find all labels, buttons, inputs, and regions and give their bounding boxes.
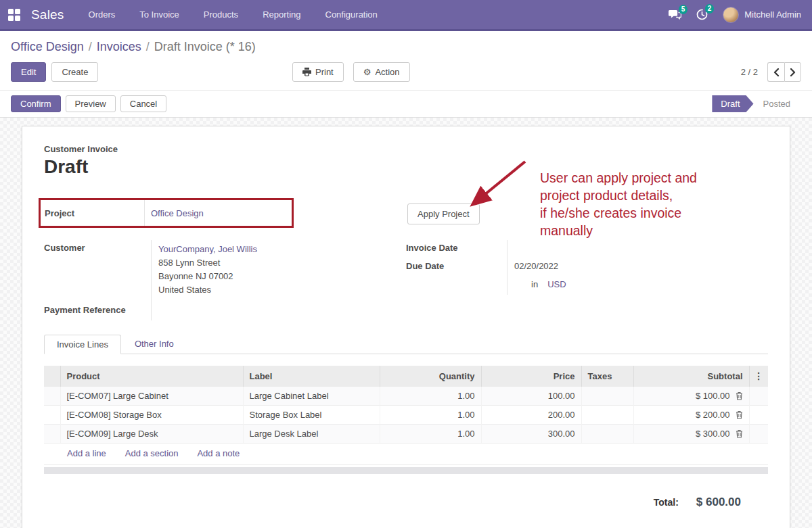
cell-price: 200.00 [481,406,581,425]
delete-row-icon[interactable] [736,410,743,419]
cell-product: [E-COM09] Large Desk [60,425,243,443]
control-panel: Office Design/Invoices/Draft Invoice (* … [0,31,812,91]
apps-menu-icon[interactable] [8,9,20,21]
horizontal-scrollbar[interactable] [44,467,768,474]
cell-taxes [581,387,633,406]
pager-count[interactable]: 2 / 2 [741,67,758,77]
menu-orders[interactable]: Orders [89,5,116,24]
currency-row-spacer [406,277,507,295]
stage-posted[interactable]: Posted [763,99,790,109]
currency-in-text: in [531,279,538,289]
customer-value: YourCompany, Joel Willis 858 Lynn Street… [151,240,376,302]
total-value: $ 600.00 [696,496,741,509]
user-avatar [723,7,739,23]
menu-products[interactable]: Products [204,5,238,24]
table-row[interactable]: [E-COM08] Storage Box Storage Box Label … [44,406,768,425]
create-button[interactable]: Create [51,62,98,82]
left-field-group: Customer YourCompany, Joel Willis 858 Ly… [44,240,376,320]
pager-previous-button[interactable] [767,62,784,82]
cell-product: [E-COM07] Large Cabinet [60,387,243,406]
pager-next-button[interactable] [784,62,801,82]
breadcrumb-current: Draft Invoice (* 16) [154,40,256,53]
quantity-column-header[interactable]: Quantity [380,366,481,387]
confirm-button[interactable]: Confirm [11,95,61,112]
notebook-tabs: Invoice Lines Other Info [44,335,768,354]
invoice-lines-table: Product Label Quantity Price Taxes Subto… [44,366,768,443]
cell-taxes [581,425,633,443]
tab-other-info[interactable]: Other Info [121,335,187,354]
user-menu[interactable]: Mitchell Admin [723,7,801,23]
currency-link[interactable]: USD [547,279,566,289]
annotation-arrow [442,156,537,210]
label-column-header[interactable]: Label [243,366,380,387]
messages-badge: 5 [679,5,688,14]
table-header-row: Product Label Quantity Price Taxes Subto… [44,366,768,387]
preview-button[interactable]: Preview [66,95,116,112]
add-a-note-link[interactable]: Add a note [197,448,240,458]
taxes-column-header[interactable]: Taxes [581,366,633,387]
invoice-date-value [507,240,724,258]
form-view-background: Customer Invoice Draft Project Office De… [0,118,812,528]
invoice-type-label: Customer Invoice [44,144,118,154]
cell-quantity: 1.00 [380,387,481,406]
breadcrumb-separator: / [146,40,150,53]
cell-taxes [581,406,633,425]
edit-button[interactable]: Edit [11,62,46,82]
menu-to-invoice[interactable]: To Invoice [139,5,179,24]
printer-icon [302,68,311,76]
print-button[interactable]: Print [292,62,344,82]
user-name: Mitchell Admin [744,9,801,20]
payment-reference-label: Payment Reference [44,302,151,320]
invoice-totals: Total: $ 600.00 [44,496,768,509]
table-row[interactable]: [E-COM07] Large Cabinet Large Cabinet La… [44,387,768,406]
due-date-label: Due Date [406,258,507,277]
project-field-highlight-box: Project Office Design [39,198,294,228]
delete-row-icon[interactable] [736,391,743,400]
chevron-left-icon [773,68,780,76]
customer-address-line: Bayonne NJ 07002 [158,270,376,283]
add-a-section-link[interactable]: Add a section [125,448,179,458]
customer-link[interactable]: YourCompany, Joel Willis [158,244,257,254]
project-label: Project [41,200,145,226]
add-a-line-link[interactable]: Add a line [67,448,106,458]
currency-value: inUSD [507,277,724,295]
action-button[interactable]: ⚙ Action [353,62,410,82]
due-date-value: 02/20/2022 [507,258,724,277]
messages-icon[interactable]: 5 [669,9,681,20]
list-add-links: Add a line Add a section Add a note [44,443,768,465]
cell-product: [E-COM08] Storage Box [60,406,243,425]
invoice-sheet: Customer Invoice Draft Project Office De… [22,126,790,528]
payment-reference-value [151,302,376,320]
tab-invoice-lines[interactable]: Invoice Lines [44,335,121,354]
menu-reporting[interactable]: Reporting [263,5,300,24]
stage-draft[interactable]: Draft [712,95,753,112]
menu-configuration[interactable]: Configuration [325,5,378,24]
customer-address-line: 858 Lynn Street [158,256,376,270]
product-column-header[interactable]: Product [60,366,243,387]
top-navbar: Sales Orders To Invoice Products Reporti… [0,0,812,31]
right-field-group: Invoice Date Due Date 02/20/2022 inUSD [406,240,724,295]
customer-address-line: United States [158,283,376,297]
subtotal-column-header[interactable]: Subtotal [633,366,749,387]
invoice-date-label: Invoice Date [406,240,507,258]
app-brand[interactable]: Sales [31,7,64,22]
form-statusbar: Confirm Preview Cancel Draft Posted [0,91,812,118]
table-row[interactable]: [E-COM09] Large Desk Large Desk Label 1.… [44,425,768,443]
cell-quantity: 1.00 [380,406,481,425]
activities-icon[interactable]: 2 [696,9,708,20]
breadcrumb-invoices[interactable]: Invoices [97,40,141,53]
cell-subtotal: $ 200.00 [633,406,749,425]
cell-price: 100.00 [481,387,581,406]
delete-row-icon[interactable] [736,429,743,438]
cancel-button[interactable]: Cancel [120,95,166,112]
cell-label: Large Cabinet Label [243,387,380,406]
project-value-link[interactable]: Office Design [151,208,204,218]
cell-label: Large Desk Label [243,425,380,443]
cell-subtotal: $ 100.00 [633,387,749,406]
breadcrumb-separator: / [89,40,92,53]
customer-label: Customer [44,240,151,302]
price-column-header[interactable]: Price [481,366,581,387]
optional-columns-icon[interactable]: ⋮ [749,366,768,387]
breadcrumb-office-design[interactable]: Office Design [11,40,84,53]
cell-subtotal: $ 300.00 [633,425,749,443]
